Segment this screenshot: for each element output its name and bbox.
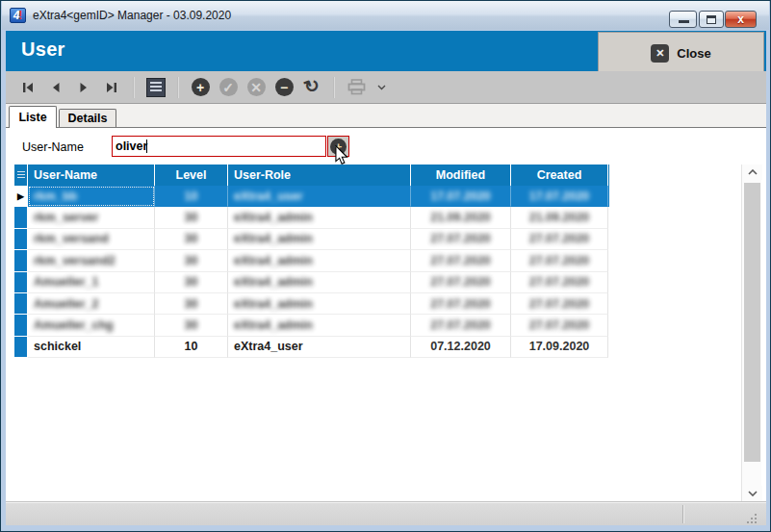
maximize-icon — [707, 15, 716, 24]
cell-modified: 27.07.2020 — [430, 297, 491, 311]
text-caret — [146, 139, 147, 153]
cell-user-name: rkm_versand2 — [34, 254, 116, 267]
insert-record-button[interactable]: + — [191, 78, 210, 97]
first-record-button[interactable] — [18, 78, 38, 97]
table-header-row: User-Name Level User-Role Modified Creat… — [14, 165, 609, 186]
tab-details[interactable]: Details — [59, 109, 116, 127]
check-circle-icon: ✓ — [219, 78, 238, 96]
cell-user-role: eXtra4_admin — [234, 318, 313, 332]
cell-modified: 21.09.2020 — [430, 211, 491, 224]
next-record-icon — [77, 81, 90, 94]
cell-level: 10 — [185, 340, 198, 353]
table-row[interactable]: Amueller_1 30 eXtra4_admin 27.07.2020 27… — [14, 272, 609, 293]
prior-record-icon — [49, 81, 63, 94]
mouse-cursor — [335, 145, 348, 165]
cell-user-role: eXtra4_admin — [234, 297, 313, 311]
cell-modified: 17.07.2020 — [430, 190, 491, 203]
maximize-button[interactable] — [699, 11, 724, 28]
cell-created: 27.07.2020 — [529, 232, 590, 245]
close-button-label: Close — [677, 46, 710, 61]
table-row[interactable]: Amueller_2 30 eXtra4_admin 27.07.2020 27… — [14, 293, 609, 315]
row-indicator — [14, 186, 28, 207]
refresh-button[interactable]: ↻ — [302, 78, 321, 97]
prior-record-button[interactable] — [46, 78, 65, 97]
grid-menu-icon — [17, 171, 25, 180]
scroll-up-button[interactable] — [742, 165, 762, 180]
column-header-user-role[interactable]: User-Role — [228, 165, 411, 186]
next-record-button[interactable] — [74, 78, 93, 97]
row-indicator — [14, 207, 28, 228]
column-header-created[interactable]: Created — [511, 165, 608, 186]
application-window: 4! eXtra4<gemID> Manager - 03.09.2020 x … — [0, 0, 771, 532]
cell-created: 17.07.2020 — [529, 190, 590, 203]
table-row[interactable]: Amueller_chg 30 eXtra4_admin 27.07.2020 … — [14, 315, 609, 336]
user-name-input[interactable] — [112, 136, 326, 157]
window-title: eXtra4<gemID> Manager - 03.09.2020 — [33, 9, 231, 22]
user-name-label: User-Name — [22, 140, 84, 154]
column-header-user-name[interactable]: User-Name — [28, 165, 155, 186]
record-toolbar: + ✓ ✕ − ↻ — [6, 71, 766, 104]
user-table: User-Name Level User-Role Modified Creat… — [14, 165, 609, 358]
table-row[interactable]: rkm_versand2 30 eXtra4_admin 27.07.2020 … — [14, 250, 609, 271]
close-button[interactable]: ✕ Close — [598, 32, 764, 74]
cell-level: 30 — [185, 275, 198, 289]
titlebar[interactable]: 4! eXtra4<gemID> Manager - 03.09.2020 x — [2, 1, 769, 30]
vertical-scrollbar[interactable] — [741, 165, 761, 501]
scrollbar-thumb[interactable] — [744, 183, 760, 462]
cell-user-name: Amueller_1 — [34, 275, 98, 289]
cell-user-name: rkm_bb — [34, 190, 77, 203]
x-circle-icon: ✕ — [247, 78, 266, 96]
cell-created: 21.09.2020 — [529, 211, 590, 224]
cell-user-name: schickel — [34, 340, 81, 353]
cell-user-role: eXtra4_admin — [234, 211, 313, 224]
toolbar-separator — [177, 77, 179, 98]
printer-icon — [347, 79, 366, 95]
row-indicator-header[interactable] — [14, 165, 28, 186]
cell-level: 30 — [185, 211, 198, 224]
cell-user-role: eXtra4_admin — [234, 232, 313, 245]
minimize-icon — [679, 20, 689, 23]
chevron-down-icon — [377, 85, 386, 90]
minimize-button[interactable] — [669, 11, 697, 28]
cell-user-name: rkm_server — [34, 211, 98, 224]
row-indicator — [14, 293, 28, 315]
cell-modified: 27.07.2020 — [430, 318, 491, 332]
cell-modified: 27.07.2020 — [430, 275, 491, 289]
first-record-icon — [21, 81, 35, 94]
cell-modified: 27.07.2020 — [430, 254, 491, 267]
row-indicator — [14, 315, 28, 336]
window-close-button[interactable]: x — [725, 11, 757, 28]
cell-created: 27.07.2020 — [529, 275, 590, 289]
tab-liste-label: Liste — [18, 111, 46, 124]
cell-level: 10 — [185, 190, 198, 203]
row-indicator — [14, 229, 28, 250]
delete-record-button[interactable]: − — [274, 78, 294, 97]
cell-user-name: Amueller_2 — [34, 297, 98, 311]
last-record-button[interactable] — [102, 78, 121, 97]
row-indicator — [14, 337, 28, 358]
app-icon-excl: ! — [18, 9, 22, 22]
form-view-button[interactable] — [146, 78, 166, 97]
chevron-down-icon — [748, 491, 758, 496]
table-row[interactable]: rkm_bb 10 eXtra4_user 17.07.2020 17.07.2… — [14, 186, 609, 207]
tab-liste[interactable]: Liste — [9, 106, 57, 128]
print-dropdown-button[interactable] — [372, 78, 391, 97]
column-header-modified[interactable]: Modified — [411, 165, 511, 186]
cell-level: 30 — [185, 254, 198, 267]
plus-circle-icon: + — [192, 78, 210, 96]
cell-created: 27.07.2020 — [529, 254, 590, 267]
client-area: User ✕ Close + — [6, 31, 766, 525]
resize-grip[interactable] — [751, 518, 753, 519]
cell-level: 30 — [185, 318, 198, 332]
table-row[interactable]: rkm_server 30 eXtra4_admin 21.09.2020 21… — [14, 207, 609, 228]
chevron-up-icon — [748, 169, 758, 175]
cancel-button: ✕ — [246, 78, 266, 97]
column-header-level[interactable]: Level — [155, 165, 228, 186]
last-record-icon — [105, 81, 118, 94]
print-button — [347, 78, 366, 97]
scroll-down-button[interactable] — [742, 486, 762, 501]
table-row[interactable]: schickel 10 eXtra4_user 07.12.2020 17.09… — [14, 337, 609, 358]
status-bar — [6, 501, 766, 525]
table-row[interactable]: rkm_versand 30 eXtra4_admin 27.07.2020 2… — [14, 229, 609, 250]
minus-circle-icon: − — [275, 78, 294, 96]
